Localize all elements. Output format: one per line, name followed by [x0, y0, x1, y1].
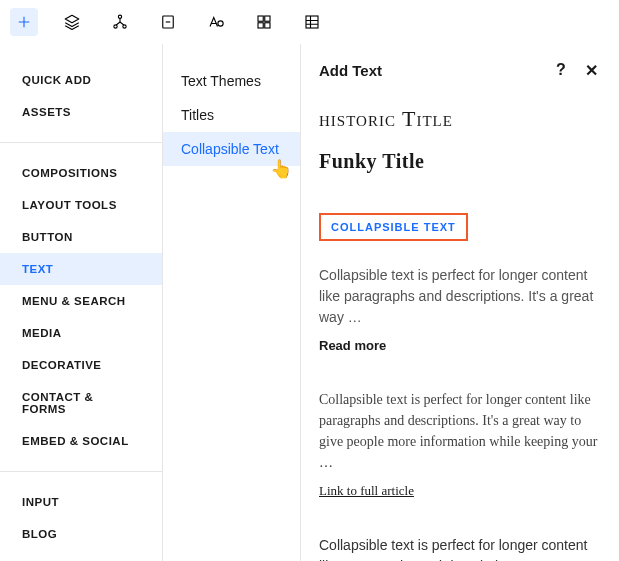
panel-title: Add Text [319, 62, 541, 79]
typography-icon[interactable] [202, 8, 230, 36]
sidebar-item-decorative[interactable]: DECORATIVE [0, 349, 162, 381]
help-icon[interactable]: ? [551, 60, 571, 80]
svg-point-4 [218, 21, 223, 26]
note-icon[interactable] [154, 8, 182, 36]
sidebar-item-compositions[interactable]: COMPOSITIONS [0, 157, 162, 189]
grid-icon[interactable] [250, 8, 278, 36]
submenu-item-collapsible-text[interactable]: Collapsible Text👆 [163, 132, 300, 166]
primary-sidebar: QUICK ADDASSETS COMPOSITIONSLAYOUT TOOLS… [0, 44, 163, 561]
submenu-item-titles[interactable]: Titles [163, 98, 300, 132]
read-more-link[interactable]: Read more [319, 338, 601, 353]
svg-point-0 [118, 15, 121, 18]
sidebar-item-input[interactable]: INPUT [0, 486, 162, 518]
sidebar-item-media[interactable]: MEDIA [0, 317, 162, 349]
collapsible-example[interactable]: Collapsible text is perfect for longer c… [319, 389, 601, 499]
example-body: Collapsible text is perfect for longer c… [319, 265, 601, 328]
sidebar-item-store[interactable]: STORE [0, 550, 162, 561]
secondary-sidebar: Text ThemesTitlesCollapsible Text👆 [163, 44, 301, 561]
detail-panel: Add Text ? ✕ historic Title Funky Title … [301, 44, 619, 561]
sidebar-item-menu-search[interactable]: MENU & SEARCH [0, 285, 162, 317]
collapsible-example[interactable]: Collapsible text is perfect for longer c… [319, 535, 601, 561]
top-toolbar [0, 0, 619, 44]
cursor-pointer-icon: 👆 [270, 158, 292, 180]
example-body: Collapsible text is perfect for longer c… [319, 389, 601, 473]
svg-rect-7 [258, 23, 263, 28]
read-more-link[interactable]: Link to full article [319, 483, 601, 499]
sidebar-item-embed-social[interactable]: EMBED & SOCIAL [0, 425, 162, 457]
plus-icon[interactable] [10, 8, 38, 36]
table-icon[interactable] [298, 8, 326, 36]
divider [0, 471, 162, 472]
sidebar-item-button[interactable]: BUTTON [0, 221, 162, 253]
sidebar-item-blog[interactable]: BLOG [0, 518, 162, 550]
layers-icon[interactable] [58, 8, 86, 36]
sidebar-item-layout-tools[interactable]: LAYOUT TOOLS [0, 189, 162, 221]
structure-icon[interactable] [106, 8, 134, 36]
title-preview-funky[interactable]: Funky Title [319, 150, 601, 173]
sidebar-item-contact-forms[interactable]: CONTACT & FORMS [0, 381, 162, 425]
svg-rect-6 [265, 16, 270, 21]
submenu-item-text-themes[interactable]: Text Themes [163, 64, 300, 98]
example-body: Collapsible text is perfect for longer c… [319, 535, 601, 561]
title-preview-historic[interactable]: historic Title [319, 106, 601, 132]
section-heading-collapsible: COLLAPSIBLE TEXT [319, 213, 468, 241]
sidebar-item-quick-add[interactable]: QUICK ADD [0, 64, 162, 96]
divider [0, 142, 162, 143]
collapsible-example[interactable]: Collapsible text is perfect for longer c… [319, 265, 601, 353]
sidebar-item-text[interactable]: TEXT [0, 253, 162, 285]
close-icon[interactable]: ✕ [581, 60, 601, 80]
svg-rect-5 [258, 16, 263, 21]
svg-rect-9 [306, 16, 318, 28]
svg-rect-8 [265, 23, 270, 28]
sidebar-item-assets[interactable]: ASSETS [0, 96, 162, 128]
